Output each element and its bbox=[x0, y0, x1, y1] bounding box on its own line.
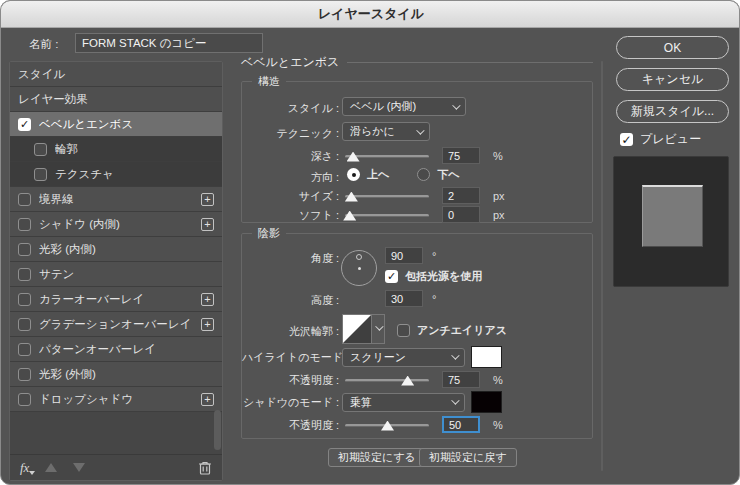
shadow-mode-select[interactable]: 乗算 bbox=[342, 393, 465, 412]
sidebar-item-blending-options[interactable]: レイヤー効果 bbox=[10, 87, 222, 112]
altitude-field[interactable]: 30 bbox=[385, 290, 423, 307]
size-label: サイズ : bbox=[242, 189, 339, 204]
window-title: レイヤースタイル bbox=[318, 5, 424, 23]
style-preview-bevel-square bbox=[642, 185, 703, 247]
inner-glow-checkbox[interactable] bbox=[18, 243, 31, 256]
sidebar-item-satin[interactable]: サテン bbox=[10, 262, 222, 287]
sidebar-item-color-overlay[interactable]: カラーオーバーレイ + bbox=[10, 287, 222, 312]
style-preview-thumbnail bbox=[613, 156, 729, 287]
angle-dial[interactable] bbox=[341, 250, 377, 286]
shadow-opacity-slider[interactable] bbox=[345, 419, 429, 431]
anti-alias-toggle[interactable]: アンチエイリアス bbox=[397, 323, 507, 338]
cancel-button[interactable]: キャンセル bbox=[616, 68, 729, 91]
ok-button[interactable]: OK bbox=[616, 36, 729, 59]
chevron-down-icon bbox=[451, 351, 459, 359]
outer-glow-checkbox[interactable] bbox=[18, 368, 31, 381]
direction-up-radio[interactable] bbox=[347, 168, 360, 181]
heading-rule bbox=[347, 62, 593, 63]
reset-default-button[interactable]: 初期設定に戻す bbox=[419, 448, 517, 467]
sidebar-item-gradient-overlay[interactable]: グラデーションオーバーレイ + bbox=[10, 312, 222, 337]
add-color-overlay-icon[interactable]: + bbox=[201, 293, 214, 306]
highlight-opacity-slider[interactable] bbox=[345, 374, 429, 386]
delete-effect-icon[interactable] bbox=[198, 460, 212, 475]
gradient-overlay-checkbox[interactable] bbox=[18, 318, 31, 331]
sidebar-item-contour[interactable]: 輪郭 bbox=[10, 137, 222, 162]
shading-legend: 陰影 bbox=[252, 226, 286, 241]
window-titlebar[interactable]: レイヤースタイル bbox=[1, 1, 740, 28]
angle-dial-center bbox=[358, 267, 361, 270]
size-slider[interactable] bbox=[345, 190, 429, 202]
sidebar-item-styles[interactable]: スタイル bbox=[10, 62, 222, 87]
soften-field[interactable]: 0 bbox=[442, 206, 480, 223]
bevel-style-select[interactable]: ベベル (内側) bbox=[342, 97, 466, 116]
highlight-opacity-field[interactable]: 75 bbox=[442, 371, 480, 388]
sidebar-item-stroke[interactable]: 境界線 + bbox=[10, 187, 222, 212]
shadow-mode-label: シャドウのモード : bbox=[242, 395, 339, 410]
add-inner-shadow-icon[interactable]: + bbox=[201, 218, 214, 231]
move-effect-down-icon[interactable] bbox=[73, 463, 85, 472]
depth-field[interactable]: 75 bbox=[442, 147, 480, 164]
preview-toggle[interactable]: ✓ プレビュー bbox=[620, 131, 701, 148]
sidebar-item-pattern-overlay[interactable]: パターンオーバーレイ bbox=[10, 337, 222, 362]
angle-dial-marker[interactable] bbox=[356, 254, 362, 260]
structure-legend: 構造 bbox=[252, 74, 286, 89]
chevron-down-icon bbox=[451, 396, 459, 404]
gloss-contour-picker[interactable] bbox=[372, 314, 385, 344]
sidebar-item-inner-shadow[interactable]: シャドウ (内側) + bbox=[10, 212, 222, 237]
highlight-color-swatch[interactable] bbox=[471, 346, 502, 368]
texture-checkbox[interactable] bbox=[34, 168, 47, 181]
highlight-mode-select[interactable]: スクリーン bbox=[342, 348, 465, 367]
direction-down-radio[interactable] bbox=[417, 168, 430, 181]
effects-list: スタイル レイヤー効果 ✓ ベベルとエンボス 輪郭 テクスチャ 境界線 + シ bbox=[10, 62, 222, 454]
shadow-opacity-field[interactable]: 50 bbox=[442, 416, 480, 433]
chevron-down-icon bbox=[416, 126, 424, 134]
sidebar-item-texture[interactable]: テクスチャ bbox=[10, 162, 222, 187]
inner-shadow-checkbox[interactable] bbox=[18, 218, 31, 231]
contour-checkbox[interactable] bbox=[34, 143, 47, 156]
use-global-light-toggle[interactable]: ✓ 包括光源を使用 bbox=[385, 269, 482, 284]
sidebar-item-bevel-emboss[interactable]: ✓ ベベルとエンボス bbox=[10, 112, 222, 137]
add-gradient-overlay-icon[interactable]: + bbox=[201, 318, 214, 331]
effects-list-empty-area bbox=[10, 412, 222, 454]
sidebar-item-outer-glow[interactable]: 光彩 (外側) bbox=[10, 362, 222, 387]
highlight-mode-label: ハイライトのモード : bbox=[242, 350, 339, 365]
color-overlay-checkbox[interactable] bbox=[18, 293, 31, 306]
main-panel-divider bbox=[601, 61, 603, 471]
angle-label: 角度 : bbox=[242, 251, 339, 266]
effects-list-toolbar: fx bbox=[10, 454, 222, 480]
global-light-checkbox[interactable]: ✓ bbox=[385, 270, 398, 283]
structure-group: 構造 スタイル : ベベル (内側) テクニック : 滑らかに 深さ : 75 … bbox=[241, 81, 593, 223]
chevron-down-icon bbox=[452, 101, 460, 109]
preview-checkbox[interactable]: ✓ bbox=[620, 133, 633, 146]
anti-alias-checkbox[interactable] bbox=[397, 324, 410, 337]
add-drop-shadow-icon[interactable]: + bbox=[201, 393, 214, 406]
add-stroke-icon[interactable]: + bbox=[201, 193, 214, 206]
style-name-input[interactable] bbox=[75, 33, 263, 53]
stroke-checkbox[interactable] bbox=[18, 193, 31, 206]
technique-select[interactable]: 滑らかに bbox=[342, 122, 430, 141]
gloss-contour-thumbnail[interactable] bbox=[342, 314, 372, 344]
technique-label: テクニック : bbox=[242, 126, 339, 141]
make-default-button[interactable]: 初期設定にする bbox=[328, 448, 426, 467]
highlight-opacity-label: 不透明度 : bbox=[242, 373, 339, 388]
soften-label: ソフト : bbox=[242, 208, 339, 223]
satin-checkbox[interactable] bbox=[18, 268, 31, 281]
sidebar-item-inner-glow[interactable]: 光彩 (内側) bbox=[10, 237, 222, 262]
pattern-overlay-checkbox[interactable] bbox=[18, 343, 31, 356]
name-label: 名前 : bbox=[29, 37, 58, 52]
new-style-button[interactable]: 新規スタイル... bbox=[616, 100, 729, 123]
layer-style-dialog: レイヤースタイル 名前 : OK キャンセル 新規スタイル... ✓ プレビュー… bbox=[0, 0, 740, 485]
fx-menu-icon[interactable]: fx bbox=[20, 460, 29, 476]
shadow-opacity-label: 不透明度 : bbox=[242, 418, 339, 433]
shadow-color-swatch[interactable] bbox=[471, 391, 502, 413]
sidebar-item-drop-shadow[interactable]: ドロップシャドウ + bbox=[10, 387, 222, 412]
bevel-emboss-checkbox[interactable]: ✓ bbox=[18, 118, 31, 131]
style-label: スタイル : bbox=[242, 101, 339, 116]
soften-slider[interactable] bbox=[345, 209, 429, 221]
move-effect-up-icon[interactable] bbox=[45, 463, 57, 472]
angle-field[interactable]: 90 bbox=[385, 247, 423, 264]
size-field[interactable]: 2 bbox=[442, 187, 480, 204]
drop-shadow-checkbox[interactable] bbox=[18, 393, 31, 406]
sidebar-scrollbar[interactable] bbox=[214, 410, 221, 450]
depth-slider[interactable] bbox=[345, 150, 429, 162]
